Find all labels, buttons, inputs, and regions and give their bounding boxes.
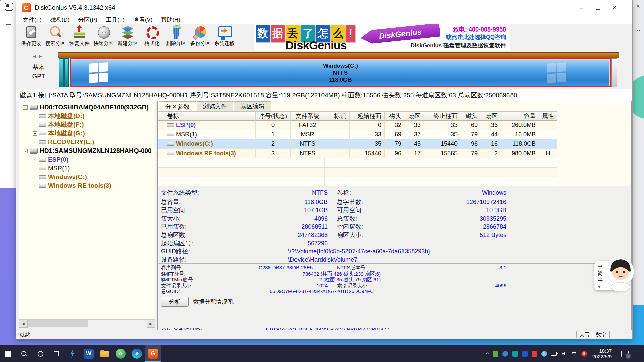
menu-item[interactable]: 工具(T) [102, 16, 129, 24]
detail-label-2: 索引记录大小: [337, 283, 369, 288]
ime-toolbar-item[interactable]: 中 [598, 263, 603, 269]
toolbar-button[interactable]: 保存更改 [19, 24, 43, 51]
overflow-menu-icon[interactable]: ⋯ [635, 27, 641, 33]
toolbar-button[interactable]: 搜索分区 [43, 24, 67, 51]
tray-expand-chevron[interactable]: ^ [486, 351, 489, 356]
task-view-button[interactable] [48, 345, 64, 362]
menu-item[interactable]: 查看(V) [129, 16, 157, 24]
clock-time: 18:37 [592, 348, 612, 354]
ime-toolbar-item[interactable]: 简 [598, 270, 603, 276]
action-center-button[interactable]: 2 [621, 351, 629, 357]
edge-browser-icon[interactable]: e [129, 345, 145, 362]
tray-red-icon[interactable] [532, 351, 537, 357]
ad-banner[interactable]: 数据丢了怎么！ DiskGenius DiskGenius 致电: 400-00… [254, 24, 510, 51]
toolbar-button[interactable]: 删除分区 [164, 24, 188, 51]
toolbar-button-label: 快速分区 [94, 40, 114, 47]
ad-qq-link[interactable]: 或点击此处选择QQ咨询 [446, 33, 506, 41]
caps-indicator: 大写 [576, 331, 593, 338]
windows-start-icon [5, 351, 11, 357]
tree-horizontal-scrollbar[interactable]: ◀ ▶ [19, 319, 155, 328]
tree-expander[interactable]: + [33, 175, 37, 179]
tab[interactable]: 分区参数 [159, 101, 196, 111]
diskgenius-taskbar-icon[interactable]: G [145, 345, 161, 362]
tree-item[interactable]: - HD1:SAMSUNGMZNLN128HAHQ-000 [19, 146, 155, 155]
tree-expander[interactable]: - [23, 105, 28, 110]
menu-item[interactable]: 磁盘(D) [46, 16, 74, 24]
partition-block-winre[interactable] [611, 58, 617, 87]
volume-label: Windows(C:) [176, 139, 213, 148]
tray-snowflake-icon[interactable]: ❄ [541, 351, 547, 357]
partition-table-row[interactable]: ESP(0) 0 FAT32 0 32 33 33 69 36 260.0MB [158, 121, 557, 130]
speaker-icon[interactable] [562, 351, 568, 357]
toolbar-button[interactable]: 备份分区 [188, 24, 212, 51]
input-language-icon[interactable]: 中 [572, 351, 577, 357]
tray-teal-icon[interactable] [512, 351, 518, 357]
tree-item[interactable]: + RECOVERY(E:) [19, 138, 155, 146]
menu-item[interactable]: 文件(F) [18, 16, 46, 24]
word-app-icon[interactable]: W [80, 345, 97, 362]
tray-qq-icon[interactable] [522, 351, 528, 357]
partition-table-row[interactable]: Windows(C:) 2 NTFS 35 79 45 15440 96 16 … [158, 139, 557, 149]
toolbar-button[interactable]: 格式化 [140, 24, 164, 51]
analyze-button[interactable]: 分析 [161, 297, 189, 307]
partition-block-msr[interactable] [64, 58, 69, 87]
prev-disk-arrow[interactable]: ◀ [33, 54, 39, 59]
minimize-button[interactable]: – [573, 0, 589, 15]
toolbar-button[interactable]: 系统迁移 [212, 24, 236, 51]
toolbar-button[interactable]: 恢复文件 [67, 24, 92, 51]
partition-block-esp[interactable] [59, 58, 64, 87]
partition-table-row[interactable]: MSR(1) 1 MSR 33 69 37 35 79 44 16.0MB [158, 130, 557, 139]
save-changes-icon [24, 25, 39, 40]
tab[interactable]: 浏览文件 [197, 101, 233, 111]
tree-item[interactable]: + Windows RE tools(3) [19, 181, 155, 190]
delete-partition-icon [169, 25, 183, 40]
tree-item[interactable]: + 本地磁盘(D:) [19, 112, 155, 120]
ime-toolbar-item[interactable]: ♥ [598, 283, 603, 290]
lightning-app-icon[interactable] [64, 345, 80, 362]
tree-item[interactable]: MSR(1) [19, 164, 155, 173]
maximize-button[interactable] [589, 0, 606, 15]
browser-green-icon[interactable]: e [113, 345, 129, 362]
partition-table-row[interactable]: Windows RE tools(3) 3 NTFS 15440 96 17 1… [158, 149, 557, 158]
menu-item[interactable]: 分区(P) [74, 16, 102, 24]
tree-item[interactable]: + 本地磁盘(F:) [19, 120, 155, 129]
detail-label-2: 总簇数: [337, 215, 357, 223]
menu-item[interactable]: 帮助(H) [157, 16, 185, 24]
num-indicator: 数字 [593, 331, 609, 338]
start-button[interactable] [0, 345, 16, 362]
battery-icon[interactable] [551, 351, 558, 357]
scroll-right-arrow[interactable]: ▶ [147, 320, 155, 328]
close-button[interactable]: ✕ [606, 0, 623, 15]
toolbar-button[interactable]: 快速分区 [92, 24, 116, 51]
disk-icon [30, 148, 38, 154]
tree-expander[interactable]: + [33, 140, 37, 144]
tree-item[interactable]: + ESP(0) [19, 155, 155, 164]
tree-expander[interactable]: + [33, 123, 37, 127]
taskbar-clock[interactable]: 18:37 2022/5/9 [592, 348, 612, 359]
next-disk-arrow[interactable]: ▶ [39, 54, 45, 59]
toolbar-button[interactable]: 新建分区 [116, 24, 140, 51]
tree-item[interactable]: + 本地磁盘(G:) [19, 129, 155, 138]
file-explorer-icon[interactable] [97, 345, 113, 362]
tree-expander[interactable]: + [33, 184, 37, 188]
tree-item[interactable]: - HD0:TOSHIBAMQ04ABF100(932GB) [19, 103, 155, 112]
taskbar: W e e G ^ ❄中S 18:37 2022/5/9 [0, 345, 644, 362]
scrollbar-thumb[interactable] [28, 320, 88, 327]
tab[interactable]: 扇区编辑 [234, 101, 271, 111]
tray-green-icon[interactable] [493, 351, 498, 357]
tree-expander[interactable]: + [33, 158, 37, 162]
volume-label: ESP(0) [176, 121, 196, 130]
back-arrow-icon[interactable]: ← [4, 18, 13, 28]
tree-expander[interactable]: + [33, 131, 37, 136]
ime-toolbar-item[interactable]: 半 [598, 277, 603, 283]
background-close-icon[interactable]: ✕ [636, 3, 640, 9]
tree-expander[interactable]: - [23, 149, 28, 153]
partition-block-windows-c[interactable]: Windows(C:) NTFS 118.0GB [70, 58, 611, 87]
tree-item[interactable]: + Windows(C:) [19, 173, 155, 181]
tray-blue-circle-icon[interactable] [502, 351, 508, 357]
tree-expander[interactable]: + [33, 114, 37, 118]
taskbar-search-button[interactable] [16, 345, 32, 362]
cortana-button[interactable] [32, 345, 48, 362]
scroll-left-arrow[interactable]: ◀ [19, 320, 28, 328]
sogou-icon[interactable]: S [581, 351, 587, 357]
